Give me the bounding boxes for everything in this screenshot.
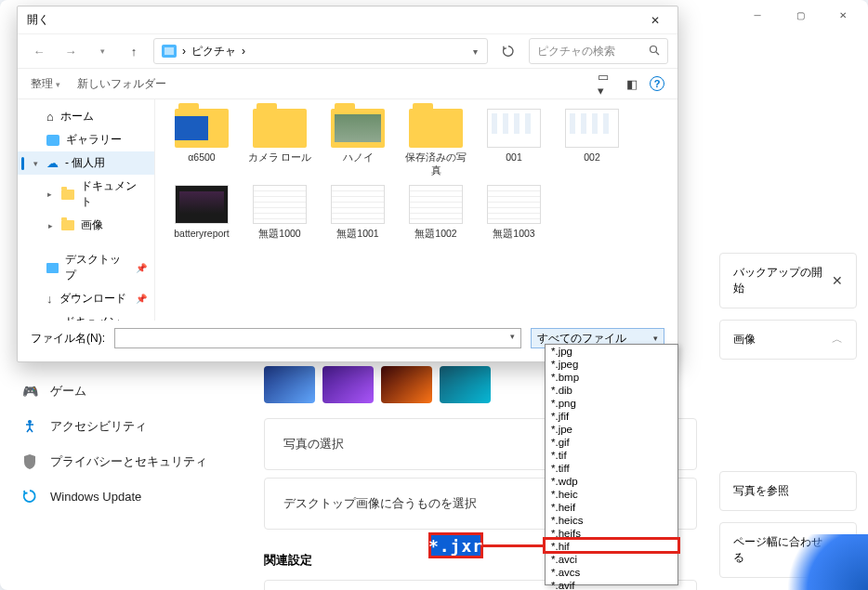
- pin-icon: 📌: [136, 294, 147, 304]
- filetype-option[interactable]: *.avif: [546, 579, 677, 590]
- expand-icon[interactable]: ▸: [46, 190, 55, 199]
- organize-menu[interactable]: 整理: [31, 76, 60, 92]
- file-item[interactable]: ハノイ: [324, 109, 391, 177]
- maximize-button[interactable]: ▢: [779, 0, 822, 30]
- filetype-option[interactable]: *.heic: [546, 488, 677, 501]
- tree-gallery[interactable]: ギャラリー: [18, 128, 154, 151]
- file-thumbnail: [409, 185, 463, 224]
- filetype-option[interactable]: *.heif: [546, 501, 677, 514]
- filetype-option[interactable]: *.png: [546, 397, 677, 410]
- file-item[interactable]: 無題1001: [324, 185, 391, 241]
- sidebar-item-update[interactable]: Windows Update: [11, 479, 230, 513]
- file-item[interactable]: 無題1000: [246, 185, 313, 241]
- file-label: batteryreport: [174, 228, 230, 239]
- tree-documents[interactable]: ▸ドキュメント: [18, 175, 154, 214]
- svg-line-2: [656, 52, 659, 55]
- up-button[interactable]: ↑: [122, 39, 146, 63]
- filetype-option[interactable]: *.tif: [546, 449, 677, 462]
- search-icon: [649, 45, 660, 59]
- gamepad-icon: 🎮: [22, 384, 37, 399]
- filetype-option[interactable]: *.jfif: [546, 410, 677, 423]
- tree-downloads[interactable]: ↓ダウンロード📌: [18, 287, 154, 310]
- sidebar-label: プライバシーとセキュリティ: [50, 453, 207, 470]
- dialog-close-button[interactable]: ✕: [638, 8, 672, 33]
- folder-icon: [331, 109, 385, 148]
- tree-desktop[interactable]: デスクトップ📌: [18, 248, 154, 287]
- expand-icon[interactable]: ▸: [46, 221, 55, 230]
- sidebar-label: アクセシビリティ: [50, 418, 147, 435]
- filetype-option[interactable]: *.avci: [546, 553, 677, 566]
- refresh-button[interactable]: [495, 38, 521, 64]
- filetype-option[interactable]: *.hif: [546, 540, 677, 553]
- file-item[interactable]: 無題1002: [402, 185, 469, 241]
- row-label: バックアップの開始: [733, 265, 822, 296]
- filename-input[interactable]: [114, 328, 521, 348]
- row-label: 写真の選択: [283, 436, 344, 452]
- address-bar[interactable]: › ピクチャ › ▾: [153, 38, 488, 64]
- filetype-option[interactable]: *.wdp: [546, 475, 677, 488]
- filetype-option[interactable]: *.jpeg: [546, 358, 677, 371]
- help-icon[interactable]: ?: [650, 76, 664, 91]
- file-thumbnail: [487, 109, 541, 148]
- folder-icon: [61, 220, 74, 230]
- theme-thumb[interactable]: [440, 366, 491, 403]
- filetype-option[interactable]: *.jpg: [546, 345, 677, 358]
- tree-documents2[interactable]: ドキュメント📌: [18, 310, 154, 321]
- forward-button[interactable]: →: [59, 39, 83, 63]
- theme-thumb[interactable]: [381, 366, 432, 403]
- tree-personal[interactable]: ▾☁- 個人用: [18, 151, 154, 175]
- filetype-option[interactable]: *.jpe: [546, 423, 677, 436]
- file-item[interactable]: batteryreport: [168, 185, 235, 241]
- browse-photo-row[interactable]: 写真を参照: [719, 471, 857, 511]
- file-item[interactable]: 002: [559, 109, 625, 177]
- filetype-option[interactable]: *.tiff: [546, 462, 677, 475]
- image-combo-row[interactable]: 画像 ︿: [719, 320, 857, 360]
- tree-images[interactable]: ▸画像: [18, 214, 154, 237]
- filetype-dropdown-list[interactable]: *.jpg*.jpeg*.bmp*.dib*.png*.jfif*.jpe*.g…: [545, 344, 678, 585]
- close-button[interactable]: ✕: [822, 0, 864, 30]
- collapse-icon[interactable]: ▾: [31, 159, 40, 168]
- sidebar-item-privacy[interactable]: プライバシーとセキュリティ: [11, 444, 230, 479]
- theme-thumb[interactable]: [264, 366, 315, 403]
- file-label: 無題1000: [258, 228, 300, 241]
- pin-icon: 📌: [136, 263, 147, 273]
- filetype-option[interactable]: *.heics: [546, 514, 677, 527]
- filetype-option[interactable]: *.gif: [546, 436, 677, 449]
- close-icon[interactable]: ✕: [832, 273, 843, 288]
- file-item[interactable]: α6500: [168, 109, 235, 177]
- filename-label: ファイル名(N):: [31, 331, 105, 347]
- view-mode-button[interactable]: ▭ ▾: [598, 75, 614, 92]
- filetype-option[interactable]: *.avcs: [546, 566, 677, 579]
- file-item[interactable]: 001: [480, 109, 547, 177]
- folder-icon: [175, 109, 229, 148]
- new-folder-button[interactable]: 新しいフォルダー: [77, 76, 166, 92]
- filetype-option[interactable]: *.dib: [546, 384, 677, 397]
- filetype-option[interactable]: *.bmp: [546, 371, 677, 384]
- filetype-option[interactable]: *.heifs: [546, 527, 677, 540]
- file-label: 001: [506, 151, 522, 163]
- sidebar-item-accessibility[interactable]: アクセシビリティ: [11, 409, 230, 444]
- path-sep: ›: [242, 45, 245, 58]
- back-button[interactable]: ←: [27, 39, 51, 63]
- path-segment[interactable]: ピクチャ: [191, 44, 236, 59]
- shield-icon: [22, 454, 37, 469]
- sidebar-label: Windows Update: [50, 490, 141, 504]
- backup-start-row[interactable]: バックアップの開始 ✕: [719, 253, 857, 308]
- theme-thumb[interactable]: [322, 366, 374, 403]
- file-open-dialog: 開く ✕ ← → ▾ ↑ › ピクチャ › ▾ ピクチャの検索 整理 新しいフォ…: [17, 6, 678, 362]
- tree-home[interactable]: ⌂ホーム: [18, 105, 154, 128]
- search-input[interactable]: ピクチャの検索: [529, 38, 668, 64]
- recent-dropdown-button[interactable]: ▾: [90, 39, 114, 63]
- minimize-button[interactable]: ─: [736, 0, 779, 30]
- file-item[interactable]: 無題1003: [480, 185, 547, 241]
- file-label: 無題1001: [336, 228, 378, 241]
- sidebar-item-gaming[interactable]: 🎮 ゲーム: [11, 374, 230, 409]
- file-list: α6500カメラ ロールハノイ保存済みの写真001002batteryrepor…: [155, 99, 677, 321]
- file-item[interactable]: 保存済みの写真: [402, 109, 469, 177]
- path-dropdown-icon[interactable]: ▾: [467, 46, 483, 57]
- file-label: 002: [584, 151, 600, 163]
- file-item[interactable]: カメラ ロール: [246, 109, 313, 177]
- desktop-icon: [46, 263, 59, 273]
- preview-pane-button[interactable]: ◧: [624, 75, 640, 92]
- folder-icon: [409, 109, 463, 148]
